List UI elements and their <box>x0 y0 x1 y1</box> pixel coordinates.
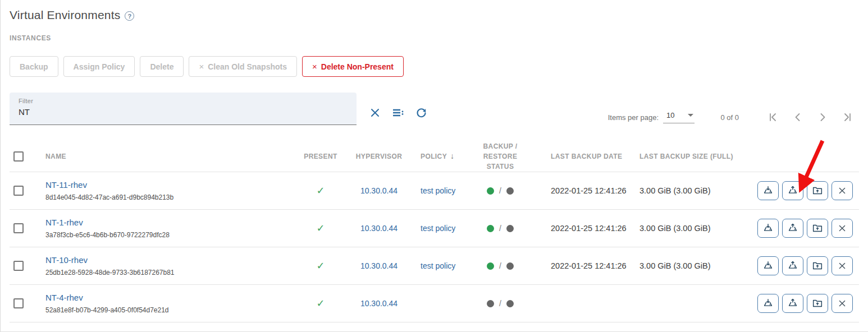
hypervisor-link[interactable]: 10.30.0.44 <box>360 299 398 308</box>
pagination-nav <box>767 111 853 123</box>
backup-status-dot <box>487 262 494 270</box>
x-icon: × <box>312 62 317 71</box>
toolbar: Backup Assign Policy Delete × Clean Old … <box>10 56 859 77</box>
filter-settings-icon[interactable] <box>392 107 404 119</box>
last-page-icon[interactable] <box>841 111 853 123</box>
page-header: Virtual Environments ? <box>10 0 859 22</box>
backup-action-button[interactable] <box>757 256 779 275</box>
column-header-status[interactable]: BACKUP / RESTORE STATUS <box>467 141 534 172</box>
column-header-present[interactable]: PRESENT <box>293 151 349 162</box>
hypervisor-link[interactable]: 10.30.0.44 <box>360 224 398 233</box>
instances-table: NAME PRESENT HYPERVISOR POLICY ↓ BACKUP … <box>10 141 859 322</box>
backup-action-button[interactable] <box>757 294 779 313</box>
column-header-policy[interactable]: POLICY ↓ <box>409 150 467 162</box>
status-header-line2: STATUS <box>467 162 534 172</box>
backup-button[interactable]: Backup <box>10 56 58 77</box>
hypervisor-link[interactable]: 10.30.0.44 <box>360 186 398 195</box>
chevron-down-icon <box>688 114 693 117</box>
backup-action-button[interactable] <box>757 181 779 200</box>
filter-input[interactable]: Filter NT <box>10 93 357 125</box>
instance-uuid: 8d14e045-4d82-47ac-a691-d9bc894b213b <box>45 193 293 201</box>
paginator: Items per page: 10 0 of 0 <box>608 111 859 123</box>
delete-action-button[interactable] <box>832 256 853 275</box>
present-check-icon: ✓ <box>316 260 325 271</box>
items-per-page-value: 10 <box>666 111 674 119</box>
clean-old-snapshots-label: Clean Old Snapshots <box>208 62 287 71</box>
filter-value[interactable]: NT <box>19 107 348 117</box>
backup-status-dot <box>487 300 494 307</box>
column-header-last-backup-date[interactable]: LAST BACKUP DATE <box>534 151 635 162</box>
help-icon[interactable]: ? <box>125 11 134 21</box>
hypervisor-link[interactable]: 10.30.0.44 <box>360 261 398 270</box>
last-backup-size: 3.00 GiB (3.00 GiB) <box>635 186 747 195</box>
last-backup-size: 3.00 GiB (3.00 GiB) <box>635 261 747 270</box>
present-check-icon: ✓ <box>316 223 325 234</box>
folder-restore-icon <box>811 222 824 234</box>
select-all-checkbox[interactable] <box>13 151 24 162</box>
mounted-backup-action-button[interactable] <box>807 219 828 238</box>
first-page-icon[interactable] <box>767 111 779 123</box>
row-actions <box>747 256 859 275</box>
delete-button[interactable]: Delete <box>140 56 184 77</box>
restore-action-button[interactable] <box>782 294 803 313</box>
restore-action-button[interactable] <box>782 219 803 238</box>
filter-row: Filter NT Items per page: <box>10 93 859 125</box>
refresh-icon[interactable] <box>415 107 427 119</box>
backup-icon <box>762 297 774 310</box>
instance-name-link[interactable]: NT-4-rhev <box>45 293 293 302</box>
delete-action-button[interactable] <box>832 294 853 313</box>
close-icon <box>836 222 848 234</box>
assign-policy-button[interactable]: Assign Policy <box>63 56 135 77</box>
items-per-page-label: Items per page: <box>608 113 659 122</box>
backup-icon <box>762 222 774 234</box>
instance-name-link[interactable]: NT-1-rhev <box>45 218 293 227</box>
next-page-icon[interactable] <box>816 111 829 123</box>
column-header-last-backup-size[interactable]: LAST BACKUP SIZE (FULL) <box>635 151 747 162</box>
items-per-page-select[interactable]: 10 <box>663 111 695 123</box>
restore-action-button[interactable] <box>782 256 803 275</box>
policy-link[interactable]: test policy <box>421 186 455 195</box>
name-cell: NT-11-rhev 8d14e045-4d82-47ac-a691-d9bc8… <box>41 180 293 201</box>
status-separator: / <box>499 299 501 308</box>
restore-icon <box>787 222 799 234</box>
delete-action-button[interactable] <box>832 219 853 238</box>
row-actions <box>747 294 859 313</box>
last-backup-date: 2022-01-25 12:41:26 <box>534 186 635 195</box>
table-header-row: NAME PRESENT HYPERVISOR POLICY ↓ BACKUP … <box>10 141 859 172</box>
mounted-backup-action-button[interactable] <box>807 181 828 200</box>
close-icon <box>836 185 848 197</box>
clear-filter-icon[interactable] <box>369 107 381 119</box>
backup-status-dot <box>487 187 494 195</box>
delete-action-button[interactable] <box>832 181 853 200</box>
row-checkbox[interactable] <box>13 186 24 196</box>
backup-restore-status: / <box>467 299 534 308</box>
previous-page-icon[interactable] <box>792 111 804 123</box>
backup-action-button[interactable] <box>757 219 779 238</box>
table-body: NT-11-rhev 8d14e045-4d82-47ac-a691-d9bc8… <box>10 172 859 322</box>
table-row: NT-4-rhev 52a81e8f-b07b-4299-a405-0f0f54… <box>10 285 859 322</box>
column-header-name[interactable]: NAME <box>41 151 293 162</box>
backup-icon <box>762 185 774 197</box>
mounted-backup-action-button[interactable] <box>807 294 828 313</box>
table-row: NT-11-rhev 8d14e045-4d82-47ac-a691-d9bc8… <box>10 172 859 210</box>
row-checkbox[interactable] <box>13 261 24 271</box>
column-header-hypervisor[interactable]: HYPERVISOR <box>349 151 409 162</box>
row-checkbox[interactable] <box>13 223 24 233</box>
instance-name-link[interactable]: NT-10-rhev <box>45 255 293 265</box>
table-row: NT-1-rhev 3a78f3cb-e5c6-4b6b-b670-972227… <box>10 210 859 247</box>
restore-action-button[interactable] <box>782 181 803 200</box>
restore-icon <box>787 297 799 310</box>
mounted-backup-action-button[interactable] <box>807 256 828 275</box>
page-range-label: 0 of 0 <box>720 113 739 122</box>
instance-name-link[interactable]: NT-11-rhev <box>45 180 293 190</box>
status-separator: / <box>499 224 501 233</box>
delete-non-present-button[interactable]: × Delete Non-Present <box>302 56 404 77</box>
policy-link[interactable]: test policy <box>421 224 455 233</box>
name-cell: NT-4-rhev 52a81e8f-b07b-4299-a405-0f0f54… <box>41 293 293 314</box>
clean-old-snapshots-button[interactable]: × Clean Old Snapshots <box>189 56 297 77</box>
row-checkbox[interactable] <box>13 298 24 308</box>
close-icon <box>836 297 848 310</box>
name-cell: NT-1-rhev 3a78f3cb-e5c6-4b6b-b670-972227… <box>41 218 293 239</box>
policy-link[interactable]: test policy <box>421 261 455 270</box>
restore-icon <box>787 185 799 197</box>
